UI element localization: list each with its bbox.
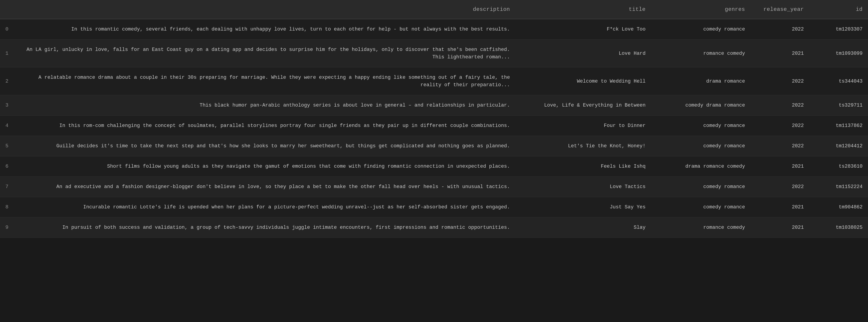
row-title: Love Tactics	[515, 177, 651, 197]
row-description: In pursuit of both success and validatio…	[18, 217, 515, 238]
row-id: tm1093099	[809, 39, 868, 67]
row-title: Welcome to Wedding Hell	[515, 67, 651, 95]
table-row: 0In this romantic comedy, several friend…	[0, 19, 868, 39]
row-release-year: 2022	[750, 67, 809, 95]
row-title: Love, Life & Everything in Between	[515, 95, 651, 116]
row-id: tm1204412	[809, 136, 868, 156]
row-id: tm904862	[809, 197, 868, 217]
title-header: title	[515, 0, 651, 19]
row-genres: comedy romance	[651, 116, 750, 136]
row-genres: comedy drama romance	[651, 95, 750, 116]
row-title: F*ck Love Too	[515, 19, 651, 39]
id-header: id	[809, 0, 868, 19]
row-index: 3	[0, 95, 18, 116]
data-table: description title genres release_year id…	[0, 0, 868, 238]
row-release-year: 2021	[750, 39, 809, 67]
row-id: ts344043	[809, 67, 868, 95]
row-description: A relatable romance drama about a couple…	[18, 67, 515, 95]
row-genres: drama romance	[651, 67, 750, 95]
table-row: 9In pursuit of both success and validati…	[0, 217, 868, 238]
table-row: 8Incurable romantic Lotte's life is upen…	[0, 197, 868, 217]
row-id: tm1038025	[809, 217, 868, 238]
row-genres: romance comedy	[651, 39, 750, 67]
table-row: 1An LA girl, unlucky in love, falls for …	[0, 39, 868, 67]
row-title: Just Say Yes	[515, 197, 651, 217]
row-id: tm1203307	[809, 19, 868, 39]
row-description: In this rom-com challenging the concept …	[18, 116, 515, 136]
row-release-year: 2021	[750, 156, 809, 177]
row-genres: comedy romance	[651, 136, 750, 156]
row-release-year: 2022	[750, 116, 809, 136]
row-release-year: 2021	[750, 217, 809, 238]
row-index: 1	[0, 39, 18, 67]
description-header: description	[18, 0, 515, 19]
row-release-year: 2022	[750, 136, 809, 156]
row-genres: comedy romance	[651, 177, 750, 197]
row-index: 5	[0, 136, 18, 156]
row-index: 4	[0, 116, 18, 136]
row-genres: comedy romance	[651, 197, 750, 217]
row-index: 9	[0, 217, 18, 238]
row-index: 2	[0, 67, 18, 95]
table-row: 4In this rom-com challenging the concept…	[0, 116, 868, 136]
row-index: 6	[0, 156, 18, 177]
row-index: 8	[0, 197, 18, 217]
row-id: ts329711	[809, 95, 868, 116]
row-title: Feels Like Ishq	[515, 156, 651, 177]
row-title: Let's Tie the Knot, Honey!	[515, 136, 651, 156]
table-row: 5Guille decides it's time to take the ne…	[0, 136, 868, 156]
row-genres: drama romance comedy	[651, 156, 750, 177]
table-row: 6Short films follow young adults as they…	[0, 156, 868, 177]
row-release-year: 2022	[750, 177, 809, 197]
row-id: tm1137862	[809, 116, 868, 136]
row-title: Four to Dinner	[515, 116, 651, 136]
row-description: An LA girl, unlucky in love, falls for a…	[18, 39, 515, 67]
row-release-year: 2022	[750, 19, 809, 39]
row-description: An ad executive and a fashion designer-b…	[18, 177, 515, 197]
row-genres: comedy romance	[651, 19, 750, 39]
row-description: Short films follow young adults as they …	[18, 156, 515, 177]
row-index: 7	[0, 177, 18, 197]
table-row: 2A relatable romance drama about a coupl…	[0, 67, 868, 95]
index-header	[0, 0, 18, 19]
row-id: tm1152224	[809, 177, 868, 197]
row-description: In this romantic comedy, several friends…	[18, 19, 515, 39]
row-description: This black humor pan-Arabic anthology se…	[18, 95, 515, 116]
table-row: 3This black humor pan-Arabic anthology s…	[0, 95, 868, 116]
table-header-row: description title genres release_year id	[0, 0, 868, 19]
row-release-year: 2022	[750, 95, 809, 116]
row-title: Love Hard	[515, 39, 651, 67]
row-description: Guille decides it's time to take the nex…	[18, 136, 515, 156]
row-title: Slay	[515, 217, 651, 238]
row-description: Incurable romantic Lotte's life is upend…	[18, 197, 515, 217]
row-id: ts283610	[809, 156, 868, 177]
main-container: description title genres release_year id…	[0, 0, 868, 322]
table-row: 7An ad executive and a fashion designer-…	[0, 177, 868, 197]
genres-header: genres	[651, 0, 750, 19]
row-genres: romance comedy	[651, 217, 750, 238]
row-index: 0	[0, 19, 18, 39]
release-year-header: release_year	[750, 0, 809, 19]
row-release-year: 2021	[750, 197, 809, 217]
